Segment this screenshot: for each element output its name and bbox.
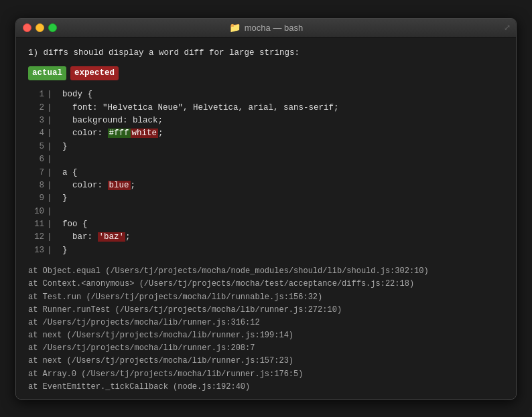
stack-line-2: at Context.<anonymous> (/Users/tj/projec… xyxy=(28,278,504,290)
code-line-11: 11 | foo { xyxy=(28,218,504,231)
code-line-6: 6 | xyxy=(28,153,504,166)
stack-line-8: at next (/Users/tj/projects/mocha/lib/ru… xyxy=(28,355,504,367)
stack-line-10: at EventEmitter._tickCallback (node.js:1… xyxy=(28,381,504,394)
actual-badge: actual xyxy=(28,66,66,80)
code-line-10: 10 | xyxy=(28,205,504,218)
code-line-4: 4 | color: #fffwhite; xyxy=(28,127,504,140)
title-text: mocha — bash xyxy=(245,23,303,33)
stack-line-3: at Test.run (/Users/tj/projects/mocha/li… xyxy=(28,291,504,304)
code-line-8: 8 | color: blue; xyxy=(28,179,504,192)
code-line-5: 5 | } xyxy=(28,141,504,153)
terminal-body: 1) diffs should display a word diff for … xyxy=(16,37,516,400)
stack-trace: at Object.equal (/Users/tj/projects/moch… xyxy=(28,265,504,394)
code-line-13: 13 | } xyxy=(28,244,504,257)
minimize-button[interactable] xyxy=(36,23,44,32)
code-block: 1 | body { 2 | font: "Helvetica Neue", H… xyxy=(28,88,504,257)
titlebar: 📁 mocha — bash ⤢ xyxy=(16,19,516,37)
stack-line-7: at /Users/tj/projects/mocha/lib/runner.j… xyxy=(28,342,504,355)
highlight-green-fff: #fff xyxy=(108,129,131,138)
traffic-lights xyxy=(23,23,57,32)
highlight-red-white: white xyxy=(131,129,159,138)
code-line-3: 3 | background: black; xyxy=(28,114,504,127)
stack-line-4: at Runner.runTest (/Users/tj/projects/mo… xyxy=(28,304,504,317)
close-button[interactable] xyxy=(23,23,31,32)
badge-row: actual expected xyxy=(28,66,504,80)
terminal-window: 📁 mocha — bash ⤢ 1) diffs should display… xyxy=(15,18,517,400)
code-line-9: 9 | } xyxy=(28,192,504,205)
code-line-12: 12 | bar: 'baz'; xyxy=(28,231,504,244)
highlight-red-baz: 'baz' xyxy=(98,232,126,242)
stack-line-5: at /Users/tj/projects/mocha/lib/runner.j… xyxy=(28,317,504,329)
code-line-2: 2 | font: "Helvetica Neue", Helvetica, a… xyxy=(28,102,504,114)
test-title: 1) diffs should display a word diff for … xyxy=(28,47,504,60)
expected-badge: expected xyxy=(70,66,119,80)
window-title: 📁 mocha — bash xyxy=(229,22,303,33)
maximize-button[interactable] xyxy=(48,23,57,32)
highlight-red-blue: blue xyxy=(108,181,131,190)
code-line-1: 1 | body { xyxy=(28,88,504,101)
code-line-7: 7 | a { xyxy=(28,167,504,179)
stack-line-9: at Array.0 (/Users/tj/projects/mocha/lib… xyxy=(28,368,504,381)
stack-line-1: at Object.equal (/Users/tj/projects/moch… xyxy=(28,265,504,278)
stack-line-6: at next (/Users/tj/projects/mocha/lib/ru… xyxy=(28,329,504,342)
folder-icon: 📁 xyxy=(229,22,241,33)
resize-icon: ⤢ xyxy=(504,23,511,33)
